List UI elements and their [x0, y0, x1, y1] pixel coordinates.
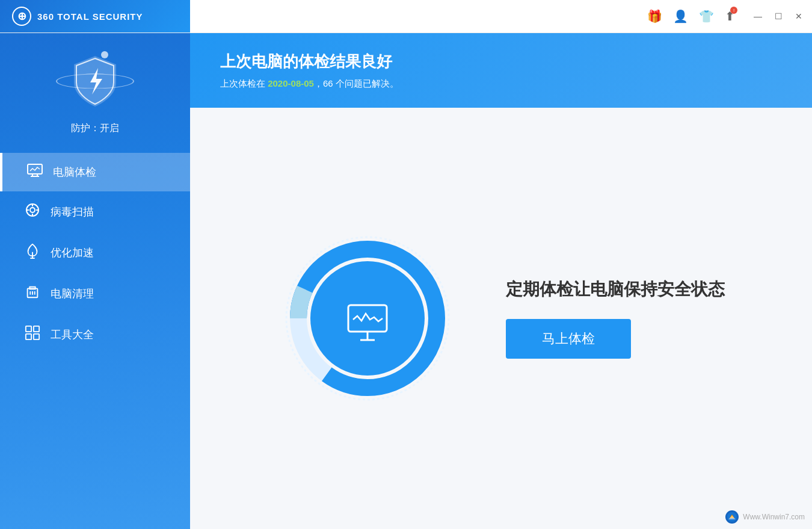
- sidebar-item-label-optimize: 优化加速: [51, 246, 94, 260]
- watermark-logo: [725, 510, 739, 524]
- sidebar-item-label-tools: 工具大全: [51, 327, 94, 342]
- svg-point-25: [310, 261, 425, 376]
- sidebar-item-optimize[interactable]: 优化加速: [0, 232, 190, 273]
- sidebar-item-clean[interactable]: 电脑清理: [0, 273, 190, 314]
- banner-date: 2020-08-05: [268, 78, 314, 88]
- donut-chart-container: [277, 228, 458, 409]
- minimize-button[interactable]: —: [752, 10, 764, 22]
- shield-container: [59, 45, 131, 117]
- sidebar-logo-area: 防护：开启: [59, 45, 131, 135]
- virus-scan-icon: [24, 202, 41, 221]
- sidebar: 防护：开启 电脑体检: [0, 33, 190, 529]
- banner-subtitle: 上次体检在 2020-08-05，66 个问题已解决。: [220, 78, 782, 90]
- svg-rect-18: [34, 326, 39, 332]
- sidebar-item-label-clean: 电脑清理: [51, 286, 94, 301]
- titlebar: ⊕ 360 TOTAL SECURITY 🎁 👤 👕 ⬆ ! — ☐ ✕: [0, 0, 812, 33]
- main-content: 定期体检让电脑保持安全状态 马上体检: [190, 108, 812, 529]
- protection-status: 防护：开启: [71, 122, 119, 135]
- sidebar-item-label-pc-checkup: 电脑体检: [53, 165, 96, 179]
- scan-now-button[interactable]: 马上体检: [506, 319, 631, 359]
- svg-rect-17: [26, 326, 31, 332]
- app-logo: ⊕: [12, 7, 31, 26]
- watermark-text: Www.Winwin7.com: [743, 513, 805, 521]
- orbit-ring: [56, 74, 134, 89]
- window-controls: — ☐ ✕: [752, 10, 805, 22]
- gift-icon[interactable]: 🎁: [647, 9, 662, 23]
- right-panel: 定期体检让电脑保持安全状态 马上体检: [506, 278, 725, 359]
- orbit-dot: [101, 51, 108, 58]
- svg-point-5: [30, 208, 35, 212]
- pc-checkup-icon: [26, 164, 43, 181]
- main-layout: 防护：开启 电脑体检: [0, 33, 812, 529]
- upload-badge: !: [730, 7, 737, 14]
- sidebar-item-tools[interactable]: 工具大全: [0, 314, 190, 355]
- sidebar-item-virus-scan[interactable]: 病毒扫描: [0, 191, 190, 232]
- svg-rect-20: [34, 334, 39, 339]
- banner-title: 上次电脑的体检结果良好: [220, 51, 782, 72]
- svg-rect-19: [26, 334, 31, 339]
- sidebar-item-label-virus-scan: 病毒扫描: [51, 205, 94, 219]
- logo-plus: ⊕: [17, 10, 26, 23]
- nav-list: 电脑体检 病毒扫描: [0, 153, 190, 355]
- app-title: 360 TOTAL SECURITY: [37, 11, 143, 22]
- tools-icon: [24, 325, 41, 344]
- titlebar-brand: ⊕ 360 TOTAL SECURITY: [0, 0, 190, 32]
- banner-suffix: ，66 个问题已解决。: [314, 78, 399, 88]
- panel-title: 定期体检让电脑保持安全状态: [506, 278, 725, 301]
- optimize-icon: [24, 243, 41, 262]
- user-icon[interactable]: 👤: [673, 9, 688, 23]
- shirt-icon[interactable]: 👕: [699, 9, 714, 23]
- top-banner: 上次电脑的体检结果良好 上次体检在 2020-08-05，66 个问题已解决。: [190, 33, 812, 108]
- maximize-button[interactable]: ☐: [772, 10, 784, 22]
- titlebar-actions: 🎁 👤 👕 ⬆ ! — ☐ ✕: [647, 9, 805, 23]
- close-button[interactable]: ✕: [793, 10, 805, 22]
- banner-prefix: 上次体检在: [220, 78, 268, 88]
- donut-svg: [277, 228, 458, 409]
- clean-icon: [24, 284, 41, 303]
- sidebar-item-pc-checkup[interactable]: 电脑体检: [0, 153, 190, 191]
- svg-rect-0: [28, 164, 42, 174]
- content-area: 上次电脑的体检结果良好 上次体检在 2020-08-05，66 个问题已解决。: [190, 33, 812, 529]
- upload-icon[interactable]: ⬆ !: [725, 9, 735, 23]
- watermark: Www.Winwin7.com: [725, 510, 805, 524]
